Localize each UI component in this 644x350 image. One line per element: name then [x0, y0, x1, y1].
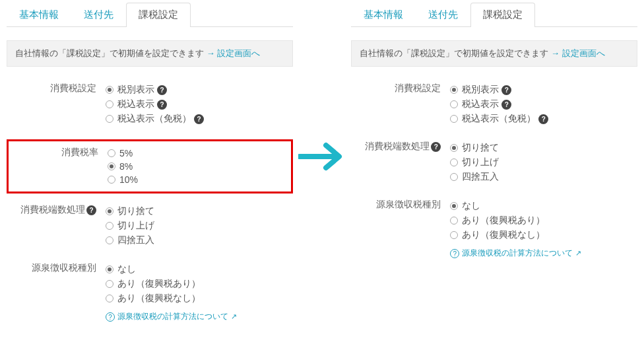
opts-tax-display: 税別表示 ? 税込表示 ? 税込表示（免税） ? [106, 81, 293, 127]
row-tax-display: 消費税設定 税別表示 ? 税込表示 ? 税込表示（免税） ? [351, 81, 637, 127]
external-link-icon: ↗ [575, 249, 581, 258]
radio-icon [450, 158, 458, 166]
question-icon: ? [450, 249, 459, 258]
help-icon[interactable]: ? [194, 114, 204, 124]
radio-icon [106, 280, 113, 288]
opt-tax-exempt[interactable]: 税込表示（免税） ? [106, 113, 293, 125]
radio-icon [106, 115, 113, 123]
radio-label: 税込表示 [117, 98, 154, 110]
radio-label: 税込表示（免税） [117, 113, 191, 125]
tab-basic-info[interactable]: 基本情報 [7, 3, 71, 26]
opt-8pct[interactable]: 8% [108, 161, 291, 172]
opt-wh-recon[interactable]: あり（復興税あり） [106, 278, 293, 290]
opt-tax-excl[interactable]: 税別表示 ? [450, 84, 637, 96]
radio-icon [450, 86, 458, 94]
opt-ceil[interactable]: 切り上げ [450, 157, 637, 168]
opt-10pct[interactable]: 10% [108, 174, 291, 185]
help-icon[interactable]: ? [86, 205, 96, 215]
radio-icon [108, 176, 115, 184]
row-withholding: 源泉徴収税種別 なし あり（復興税あり） あり（復興税なし） ? 源泉徴収税の計… [351, 197, 637, 259]
help-icon[interactable]: ? [157, 85, 167, 95]
opt-wh-norecon[interactable]: あり（復興税なし） [450, 229, 637, 241]
help-icon[interactable]: ? [157, 100, 167, 110]
radio-label: 税別表示 [462, 84, 499, 96]
opt-tax-excl[interactable]: 税別表示 ? [106, 84, 293, 96]
panel-left: 基本情報 送付先 課税設定 自社情報の「課税設定」で初期値を設定できます → 設… [7, 3, 293, 334]
label-tax-rate: 消費税率 [9, 145, 108, 158]
opt-tax-incl[interactable]: 税込表示 ? [106, 98, 293, 110]
radio-label: なし [462, 200, 480, 212]
opt-ceil[interactable]: 切り上げ [106, 220, 293, 232]
radio-label: 切り上げ [462, 157, 499, 168]
opts-tax-display: 税別表示 ? 税込表示 ? 税込表示（免税） ? [450, 81, 637, 127]
radio-label: あり（復興税なし） [462, 229, 545, 241]
tab-tax-settings[interactable]: 課税設定 [126, 3, 191, 26]
comparison-page: 基本情報 送付先 課税設定 自社情報の「課税設定」で初期値を設定できます → 設… [0, 0, 644, 337]
opts-withholding: なし あり（復興税あり） あり（復興税なし） ? 源泉徴収税の計算方法について … [450, 197, 637, 259]
radio-icon [450, 144, 458, 152]
tab-basic-info[interactable]: 基本情報 [351, 3, 416, 26]
radio-label: 税込表示（免税） [462, 113, 536, 125]
radio-icon [450, 202, 458, 210]
row-rounding: 消費税端数処理? 切り捨て 切り上げ 四捨五入 [351, 139, 637, 186]
opt-round[interactable]: 四捨五入 [450, 171, 637, 183]
opt-tax-exempt[interactable]: 税込表示（免税） ? [450, 113, 637, 125]
opts-withholding: なし あり（復興税あり） あり（復興税なし） ? 源泉徴収税の計算方法について … [106, 261, 293, 322]
opt-floor[interactable]: 切り捨て [106, 205, 293, 217]
tab-destination[interactable]: 送付先 [71, 3, 126, 26]
opt-floor[interactable]: 切り捨て [450, 142, 637, 154]
row-tax-display: 消費税設定 税別表示 ? 税込表示 ? 税込表示（免税） ? [7, 81, 293, 127]
radio-label: 切り捨て [462, 142, 499, 154]
radio-label: 税別表示 [117, 84, 154, 96]
radio-label: 8% [119, 161, 133, 172]
radio-icon [108, 162, 115, 170]
radio-label: 切り捨て [117, 205, 154, 217]
notice-box: 自社情報の「課税設定」で初期値を設定できます → 設定画面へ [7, 40, 293, 67]
opt-tax-incl[interactable]: 税込表示 ? [450, 98, 637, 110]
opt-wh-none[interactable]: なし [450, 200, 637, 212]
label-rounding: 消費税端数処理? [351, 139, 450, 153]
radio-label: あり（復興税なし） [117, 293, 201, 304]
radio-label: 四捨五入 [462, 171, 499, 183]
radio-icon [106, 100, 113, 108]
opt-round[interactable]: 四捨五入 [106, 234, 293, 246]
opt-wh-recon[interactable]: あり（復興税あり） [450, 215, 637, 227]
arrow-icon: → [551, 48, 562, 58]
label-withholding: 源泉徴収税種別 [351, 197, 450, 211]
radio-icon [106, 207, 113, 215]
radio-icon [108, 149, 115, 157]
opts-tax-rate: 5% 8% 10% [108, 145, 291, 188]
opt-wh-norecon[interactable]: あり（復興税なし） [106, 293, 293, 304]
row-tax-rate-highlight: 消費税率 5% 8% 10% [7, 139, 293, 193]
radio-icon [450, 100, 458, 108]
external-link-icon: ↗ [231, 312, 237, 321]
help-link-text: 源泉徴収税の計算方法について [117, 311, 228, 322]
label-rounding-text: 消費税端数処理 [20, 204, 85, 215]
opt-5pct[interactable]: 5% [108, 148, 291, 158]
label-rounding: 消費税端数処理? [7, 203, 106, 216]
notice-link[interactable]: 設定画面へ [217, 48, 260, 58]
opt-wh-none[interactable]: なし [106, 263, 293, 275]
label-tax-display: 消費税設定 [7, 81, 106, 94]
tab-tax-settings[interactable]: 課税設定 [470, 3, 535, 26]
help-icon[interactable]: ? [501, 100, 511, 110]
arrow-right-icon [298, 141, 346, 172]
opts-rounding: 切り捨て 切り上げ 四捨五入 [106, 203, 293, 249]
withholding-help-link[interactable]: ? 源泉徴収税の計算方法について ↗ [106, 311, 237, 322]
radio-label: 5% [119, 148, 133, 158]
opts-rounding: 切り捨て 切り上げ 四捨五入 [450, 139, 637, 186]
radio-icon [106, 265, 113, 273]
help-icon[interactable]: ? [501, 85, 511, 95]
radio-icon [450, 217, 458, 225]
help-icon[interactable]: ? [538, 114, 548, 124]
notice-box: 自社情報の「課税設定」で初期値を設定できます → 設定画面へ [351, 40, 637, 67]
radio-label: 税込表示 [462, 98, 499, 110]
tab-destination[interactable]: 送付先 [416, 3, 470, 26]
notice-text: 自社情報の「課税設定」で初期値を設定できます [15, 48, 207, 58]
radio-label: 四捨五入 [117, 234, 154, 246]
radio-icon [106, 236, 113, 244]
notice-link[interactable]: 設定画面へ [562, 48, 605, 58]
withholding-help-link[interactable]: ? 源泉徴収税の計算方法について ↗ [450, 248, 581, 259]
question-icon: ? [106, 312, 115, 322]
help-icon[interactable]: ? [431, 142, 441, 152]
